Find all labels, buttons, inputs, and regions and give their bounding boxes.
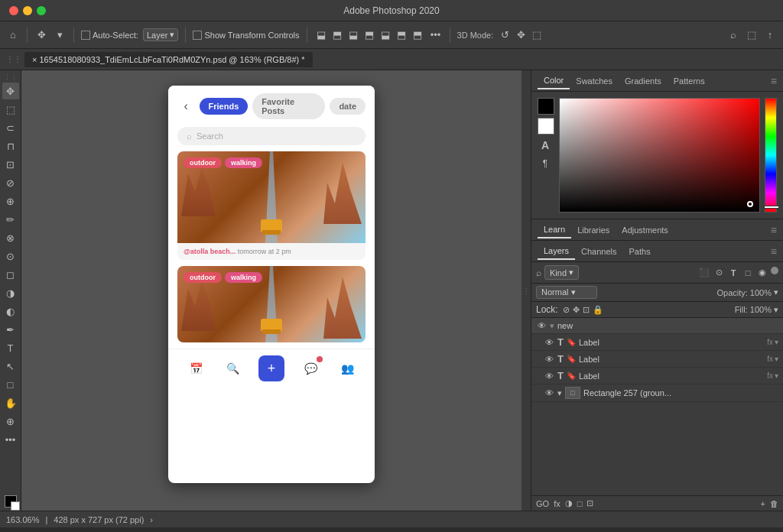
shape-tool[interactable]: □ — [2, 376, 19, 393]
foreground-swatch[interactable] — [538, 98, 554, 115]
filter-active-icon[interactable] — [771, 267, 778, 274]
align-center-icon[interactable]: ⬒ — [330, 28, 344, 42]
tab-libraries[interactable]: Libraries — [571, 222, 616, 238]
crop-tool[interactable]: ⊡ — [2, 156, 19, 173]
group-collapse-icon[interactable]: ▾ — [550, 321, 554, 331]
plus-nav-button[interactable]: + — [258, 355, 284, 381]
outdoor-tag[interactable]: outdoor — [184, 157, 222, 168]
history-brush-tool[interactable]: ⊙ — [2, 248, 19, 264]
walking-tag[interactable]: walking — [225, 157, 262, 168]
learn-panel-menu[interactable]: ≡ — [771, 224, 777, 236]
hue-cursor[interactable] — [764, 206, 779, 209]
color-panel-menu[interactable]: ≡ — [771, 75, 777, 87]
nav-friends[interactable]: Friends — [200, 98, 249, 115]
search-bar[interactable]: ⌕ Search — [177, 127, 366, 145]
extra-tools[interactable]: ••• — [2, 431, 19, 448]
layer-row-2[interactable]: 👁 T 🔖 Label fx ▾ — [531, 368, 783, 384]
nav-date[interactable]: date — [330, 98, 366, 115]
tab-layers[interactable]: Layers — [538, 243, 575, 260]
artboard-tool[interactable]: ⬚ — [2, 101, 19, 118]
layer-1-fx[interactable]: fx ▾ — [767, 355, 778, 363]
share-icon[interactable]: ↑ — [763, 28, 777, 42]
auto-select-checkbox[interactable] — [81, 31, 90, 40]
tab-adjustments[interactable]: Adjustments — [616, 222, 674, 238]
align-right-icon[interactable]: ⬓ — [346, 28, 360, 42]
chat-nav-icon[interactable]: 💬 — [300, 358, 321, 379]
healing-tool[interactable]: ⊕ — [2, 193, 19, 209]
align-left-icon[interactable]: ⬓ — [314, 28, 328, 42]
pen-tool[interactable]: ✒ — [2, 321, 19, 338]
workspace-icon[interactable]: ⬚ — [745, 28, 759, 42]
panel-collapse-left[interactable]: ⋮⋮ — [6, 55, 21, 63]
gradient-tool[interactable]: ◑ — [2, 284, 19, 301]
tab-learn[interactable]: Learn — [538, 222, 571, 238]
tab-paths[interactable]: Paths — [623, 244, 657, 259]
layer-row-1[interactable]: 👁 T 🔖 Label fx ▾ — [531, 351, 783, 368]
eraser-tool[interactable]: ◻ — [2, 266, 19, 283]
layer-2-fx[interactable]: fx ▾ — [767, 371, 778, 380]
window-controls[interactable] — [9, 6, 46, 15]
path-select-tool[interactable]: ↖ — [2, 358, 19, 375]
layer-3-visibility[interactable]: 👁 — [544, 388, 554, 398]
filter-adjustment-icon[interactable]: ⊙ — [713, 267, 725, 279]
layer-0-visibility[interactable]: 👁 — [544, 337, 554, 348]
walking-tag-2[interactable]: walking — [225, 272, 262, 283]
tab-patterns[interactable]: Patterns — [668, 73, 711, 89]
maximize-button[interactable] — [37, 6, 46, 15]
search-layers-icon[interactable]: ⌕ — [536, 268, 541, 278]
calendar-nav-icon[interactable]: 📅 — [185, 358, 206, 379]
layers-panel-menu[interactable]: ≡ — [771, 245, 777, 258]
show-transform-checkbox[interactable] — [193, 31, 202, 40]
filter-type-icon[interactable]: T — [727, 267, 739, 279]
align-top-icon[interactable]: ⬒ — [362, 28, 376, 42]
align-extra-icon[interactable]: ⬒ — [411, 28, 424, 42]
magic-wand-tool[interactable]: ⊓ — [2, 138, 19, 154]
active-document-tab[interactable]: × 1654518080933_TdiEmLcLbFcaTi0RdM0ZYn.p… — [24, 52, 313, 67]
more-options-icon[interactable]: ••• — [429, 28, 443, 42]
delete-layer-icon[interactable]: 🗑 — [770, 499, 778, 508]
search-icon[interactable]: ⌕ — [726, 28, 740, 42]
tab-swatches[interactable]: Swatches — [570, 73, 619, 89]
layer-row-0[interactable]: 👁 T 🔖 Label fx ▾ — [531, 334, 783, 351]
lasso-tool[interactable]: ⊂ — [2, 119, 19, 136]
move-dropdown[interactable]: ▾ — [53, 28, 67, 42]
move-tool[interactable]: ✥ — [2, 83, 19, 99]
zoom-tool[interactable]: ⊕ — [2, 413, 19, 430]
filter-shape-icon[interactable]: □ — [742, 267, 754, 279]
layer-1-visibility[interactable]: 👁 — [544, 354, 554, 365]
layer-group-new[interactable]: 👁 ▾ new — [531, 318, 783, 334]
tab-gradients[interactable]: Gradients — [619, 73, 668, 89]
layer-2-visibility[interactable]: 👁 — [544, 371, 554, 381]
go-icon[interactable]: GO — [536, 499, 549, 508]
layer-0-fx[interactable]: fx ▾ — [767, 338, 778, 346]
group-visibility-icon[interactable]: 👁 — [536, 320, 547, 331]
kind-dropdown[interactable]: Kind ▾ — [544, 265, 579, 280]
background-swatch[interactable] — [538, 118, 554, 135]
back-button[interactable]: ‹ — [177, 97, 195, 115]
layer-row-3[interactable]: 👁 ▾ □ Rectangle 257 (groun... — [531, 384, 783, 402]
add-adjustment-icon[interactable]: ◑ — [565, 498, 573, 508]
type-tool[interactable]: T — [2, 339, 19, 356]
home-icon[interactable]: ⌂ — [6, 28, 20, 42]
background-color[interactable] — [11, 501, 20, 511]
align-mid-icon[interactable]: ⬓ — [379, 28, 392, 42]
foreground-color[interactable] — [5, 495, 17, 508]
create-group-icon[interactable]: □ — [577, 499, 583, 508]
search-nav-icon[interactable]: 🔍 — [222, 358, 243, 379]
hue-bar[interactable] — [765, 98, 777, 212]
post-author[interactable]: @atolla beach... — [184, 248, 236, 255]
status-arrow[interactable]: › — [150, 515, 153, 524]
pan-icon[interactable]: ✥ — [514, 28, 528, 42]
nav-favorite-posts[interactable]: Favorite Posts — [252, 93, 325, 119]
lock-position-icon[interactable]: ✥ — [573, 305, 580, 315]
align-bottom-icon[interactable]: ⬒ — [395, 28, 408, 42]
canvas-area[interactable]: ‹ Friends Favorite Posts date ⌕ Search o — [21, 70, 521, 511]
blend-mode-dropdown[interactable]: Normal ▾ — [536, 286, 597, 299]
lock-pixels-icon[interactable]: ⊘ — [563, 305, 570, 315]
hand-tool[interactable]: ✋ — [2, 394, 19, 411]
dodge-tool[interactable]: ◐ — [2, 303, 19, 320]
people-nav-icon[interactable]: 👥 — [336, 358, 358, 379]
new-layer-icon[interactable]: + — [761, 499, 765, 508]
3d-more-icon[interactable]: ⬚ — [530, 28, 544, 42]
close-button[interactable] — [9, 6, 18, 15]
